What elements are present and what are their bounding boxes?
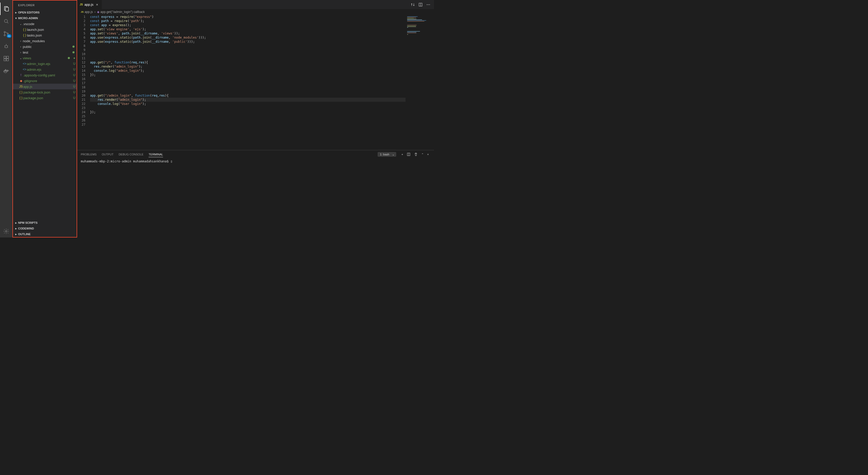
svg-rect-13 — [4, 56, 6, 58]
new-terminal-icon[interactable]: + — [401, 153, 403, 156]
file-row[interactable]: { }tasks.json — [13, 32, 76, 38]
file-row[interactable]: { }launch.json — [13, 27, 76, 32]
tree-item-label: node_modules — [23, 39, 76, 43]
project-section[interactable]: ▾ MICRO-ADMIN — [13, 15, 76, 21]
ejs-file-icon: <> — [22, 68, 27, 71]
folder-row[interactable]: ›test — [13, 50, 76, 55]
file-row[interactable]: <>admin_login.ejsU — [13, 61, 76, 66]
chevron-right-icon: › — [19, 51, 23, 54]
svg-point-25 — [428, 4, 429, 5]
folder-row[interactable]: ⌄.vscode — [13, 21, 76, 27]
maximize-panel-icon[interactable]: ⌃ — [421, 153, 424, 156]
more-actions-icon[interactable] — [426, 3, 430, 7]
tree-item-label: admin.ejs — [27, 68, 72, 71]
extensions-icon[interactable] — [0, 52, 12, 65]
git-status: ● — [72, 56, 76, 60]
minimap[interactable] — [406, 15, 434, 150]
tree-item-label: tasks.json — [27, 33, 76, 37]
modified-dot-icon — [72, 46, 74, 48]
open-editors-section[interactable]: ▸ OPEN EDITORS — [13, 9, 76, 15]
file-row[interactable]: { }package.jsonU — [13, 95, 76, 101]
breadcrumbs[interactable]: JSapp.js › ◈app.get("/admin_login") call… — [77, 9, 434, 15]
git-status: U — [72, 62, 76, 65]
folder-row[interactable]: ›node_modules — [13, 38, 76, 44]
panel-tab-debug-console[interactable]: DEBUG CONSOLE — [119, 152, 143, 157]
terminal-selector[interactable]: 1: bash ⌄ — [378, 152, 396, 157]
git-status: U — [72, 96, 76, 100]
json-file-icon: { } — [19, 90, 23, 94]
chevron-down-icon: ⌄ — [392, 153, 394, 156]
svg-point-7 — [5, 45, 7, 48]
file-row[interactable]: ◆.gitignoreU — [13, 78, 76, 84]
outline-section[interactable]: ▸OUTLINE — [13, 231, 76, 237]
file-row[interactable]: <>admin.ejsU — [13, 66, 76, 72]
tree-item-label: admin_login.ejs — [27, 62, 72, 66]
tree-item-label: package-lock.json — [23, 90, 72, 94]
ejs-file-icon: <> — [22, 62, 27, 65]
svg-point-5 — [4, 35, 5, 36]
file-row[interactable]: JSapp.jsU — [13, 84, 76, 89]
svg-line-9 — [4, 46, 5, 46]
panel-tab-problems[interactable]: PROBLEMS — [81, 152, 96, 157]
folder-row[interactable]: ›public — [13, 44, 76, 50]
svg-line-3 — [7, 22, 8, 24]
kill-terminal-icon[interactable] — [414, 153, 418, 156]
npm-scripts-section[interactable]: ▸NPM SCRIPTS — [13, 220, 76, 226]
chevron-right-icon: ▸ — [14, 227, 18, 230]
chevron-right-icon: ▸ — [14, 221, 18, 225]
explorer-sidebar: EXPLORER ▸ OPEN EDITORS ▾ MICRO-ADMIN ⌄.… — [12, 0, 77, 237]
tree-item-label: package.json — [23, 96, 72, 100]
scm-badge: 41 — [7, 34, 11, 38]
split-editor-icon[interactable] — [418, 3, 423, 7]
settings-gear-icon[interactable] — [0, 225, 12, 237]
tree-item-label: .gitignore — [23, 79, 72, 83]
search-icon[interactable] — [0, 15, 12, 27]
git-status: U — [72, 68, 76, 71]
panel-tab-output[interactable]: OUTPUT — [102, 152, 113, 157]
chevron-right-icon: ▸ — [14, 233, 18, 236]
editor-actions — [411, 0, 434, 9]
json-file-icon: { } — [19, 96, 23, 100]
chevron-right-icon: › — [19, 40, 23, 42]
chevron-down-icon: ▾ — [14, 17, 18, 20]
tab-bar: JS app.js × — [77, 0, 434, 9]
git-status: U — [72, 90, 76, 94]
split-terminal-icon[interactable] — [407, 153, 410, 156]
js-file-icon: JS — [81, 10, 84, 13]
tree-item-label: app.js — [23, 85, 72, 89]
editor-group: JS app.js × JSapp.js › ◈app.get("/admin_… — [77, 0, 434, 237]
git-file-icon: ◆ — [19, 79, 23, 83]
tree-item-label: .appsody-config.yaml — [23, 73, 72, 77]
activity-bar: 41 — [0, 0, 12, 237]
svg-point-2 — [4, 20, 7, 23]
debug-icon[interactable] — [0, 40, 12, 52]
panel-tab-terminal[interactable]: TERMINAL — [149, 152, 163, 157]
explorer-icon[interactable] — [0, 3, 12, 15]
codewind-section[interactable]: ▸CODEWIND — [13, 226, 76, 231]
close-panel-icon[interactable]: × — [427, 153, 429, 156]
compare-icon[interactable] — [411, 3, 415, 7]
method-icon: ◈ — [97, 10, 99, 14]
file-tree: ⌄.vscode{ }launch.json{ }tasks.json›node… — [13, 21, 76, 220]
file-row[interactable]: { }package-lock.jsonU — [13, 89, 76, 95]
panel-tabs: PROBLEMSOUTPUTDEBUG CONSOLETERMINAL 1: b… — [77, 150, 434, 158]
tab-appjs[interactable]: JS app.js × — [77, 0, 102, 9]
svg-point-21 — [5, 231, 7, 232]
tree-item-label: launch.json — [27, 28, 76, 32]
tree-item-label: test — [23, 51, 72, 54]
source-control-icon[interactable]: 41 — [0, 27, 12, 40]
file-row[interactable]: !.appsody-config.yamlU — [13, 72, 76, 78]
close-tab-icon[interactable]: × — [95, 3, 99, 7]
git-status: U — [72, 85, 76, 88]
svg-rect-1 — [5, 7, 8, 11]
chevron-right-icon: › — [19, 45, 23, 48]
svg-rect-15 — [6, 59, 8, 61]
yaml-file-icon: ! — [19, 73, 23, 77]
terminal-output[interactable]: muhammads-mbp-2:micro-admin muhammadahsa… — [77, 158, 434, 237]
svg-rect-14 — [4, 59, 6, 61]
svg-line-11 — [4, 47, 5, 48]
code-editor[interactable]: const express = require("express")const … — [90, 15, 406, 150]
docker-icon[interactable] — [0, 65, 12, 77]
git-status: U — [72, 73, 76, 77]
folder-row[interactable]: ⌄views● — [13, 55, 76, 61]
